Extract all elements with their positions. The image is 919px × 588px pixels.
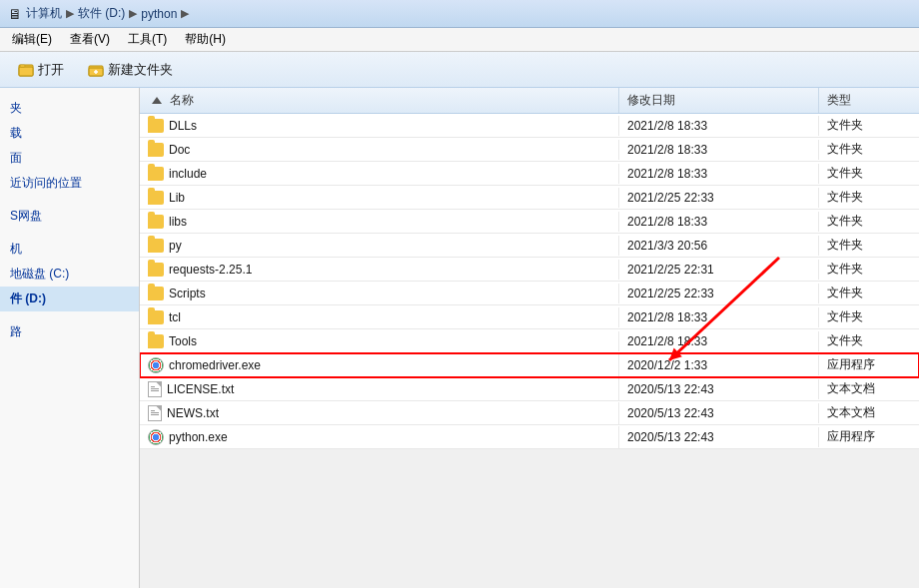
file-name-text: NEWS.txt xyxy=(167,406,219,420)
file-modified-cell: 2021/2/25 22:31 xyxy=(619,260,819,280)
file-type-cell: 应用程序 xyxy=(819,425,919,448)
sidebar-item-0[interactable]: 夹 xyxy=(0,96,139,121)
file-type-cell: 文件夹 xyxy=(819,186,919,209)
table-row[interactable]: Scripts2021/2/25 22:33文件夹 xyxy=(140,282,919,305)
table-row[interactable]: DLLs2021/2/8 18:33文件夹 xyxy=(140,114,919,138)
menu-edit[interactable]: 编辑(E) xyxy=(4,29,60,50)
file-name-text: Lib xyxy=(169,191,185,205)
table-row[interactable]: libs2021/2/8 18:33文件夹 xyxy=(140,210,919,234)
sidebar-item-computer[interactable]: 机 xyxy=(0,237,139,262)
file-modified-cell: 2021/3/3 20:56 xyxy=(619,236,819,256)
file-name-text: libs xyxy=(169,215,187,229)
svg-rect-1 xyxy=(19,67,33,76)
file-modified-cell: 2021/2/8 18:33 xyxy=(619,331,819,351)
file-name-text: DLLs xyxy=(169,119,197,133)
sidebar-item-1[interactable]: 载 xyxy=(0,121,139,146)
file-name-cell: DLLs xyxy=(140,116,619,136)
col-header-modified[interactable]: 修改日期 xyxy=(619,88,819,113)
file-list: 名称 修改日期 类型 DLLs2021/2/8 18:33文件夹Doc2021/… xyxy=(140,88,919,449)
breadcrumb-computer[interactable]: 计算机 xyxy=(26,5,62,22)
file-name-cell: tcl xyxy=(140,307,619,327)
table-row[interactable]: requests-2.25.12021/2/25 22:31文件夹 xyxy=(140,258,919,282)
file-name-text: python.exe xyxy=(169,430,228,444)
sidebar-item-c[interactable]: 地磁盘 (C:) xyxy=(0,262,139,287)
new-folder-label: 新建文件夹 xyxy=(108,61,173,79)
table-row[interactable]: include2021/2/8 18:33文件夹 xyxy=(140,162,919,186)
file-name-cell: ◉python.exe xyxy=(140,426,619,448)
sidebar-item-d[interactable]: 件 (D:) xyxy=(0,287,139,311)
col-header-name[interactable]: 名称 xyxy=(140,88,619,113)
file-modified-cell: 2021/2/8 18:33 xyxy=(619,307,819,327)
table-row[interactable]: py2021/3/3 20:56文件夹 xyxy=(140,234,919,258)
txt-icon xyxy=(148,381,162,397)
main-layout: 夹 载 面 近访问的位置 S网盘 机 地磁盘 (C:) 件 (D:) 路 名称 … xyxy=(0,88,919,588)
file-name-text: requests-2.25.1 xyxy=(169,263,252,277)
sidebar-item-other[interactable]: 路 xyxy=(0,319,139,344)
sort-arrow xyxy=(152,97,162,104)
file-list-wrapper: 名称 修改日期 类型 DLLs2021/2/8 18:33文件夹Doc2021/… xyxy=(140,88,919,588)
file-name-cell: py xyxy=(140,236,619,256)
file-name-cell: Scripts xyxy=(140,284,619,303)
menu-bar: 编辑(E) 查看(V) 工具(T) 帮助(H) xyxy=(0,28,919,52)
file-type-cell: 文件夹 xyxy=(819,138,919,161)
file-modified-cell: 2020/5/13 22:43 xyxy=(619,379,819,399)
file-name-cell: Doc xyxy=(140,140,619,160)
table-row[interactable]: Tools2021/2/8 18:33文件夹 xyxy=(140,329,919,353)
table-row[interactable]: ◉chromedriver.exe2020/12/2 1:33应用程序 xyxy=(140,353,919,377)
table-row[interactable]: LICENSE.txt2020/5/13 22:43文本文档 xyxy=(140,377,919,401)
file-modified-cell: 2021/2/25 22:33 xyxy=(619,188,819,208)
folder-icon xyxy=(148,119,164,133)
file-name-text: Tools xyxy=(169,334,197,348)
file-type-cell: 文件夹 xyxy=(819,329,919,352)
file-name-text: LICENSE.txt xyxy=(167,382,234,396)
breadcrumb-drive[interactable]: 软件 (D:) xyxy=(78,5,125,22)
table-row[interactable]: Lib2021/2/25 22:33文件夹 xyxy=(140,186,919,210)
file-modified-cell: 2021/2/8 18:33 xyxy=(619,116,819,136)
app-icon: ◉ xyxy=(148,429,164,445)
file-name-text: Doc xyxy=(169,143,190,157)
app-icon: ◉ xyxy=(148,357,164,373)
col-header-type[interactable]: 类型 xyxy=(819,88,919,113)
menu-tools[interactable]: 工具(T) xyxy=(120,29,175,50)
txt-icon xyxy=(148,405,162,421)
menu-help[interactable]: 帮助(H) xyxy=(177,29,234,50)
file-type-cell: 文件夹 xyxy=(819,258,919,281)
sidebar-item-recent[interactable]: 近访问的位置 xyxy=(0,171,139,196)
file-modified-cell: 2020/5/13 22:43 xyxy=(619,427,819,447)
svg-rect-2 xyxy=(20,65,25,67)
menu-view[interactable]: 查看(V) xyxy=(62,29,118,50)
file-type-cell: 文件夹 xyxy=(819,282,919,304)
table-row[interactable]: NEWS.txt2020/5/13 22:43文本文档 xyxy=(140,401,919,425)
file-modified-cell: 2021/2/8 18:33 xyxy=(619,164,819,184)
computer-icon: 🖥 xyxy=(8,6,22,22)
file-type-cell: 文件夹 xyxy=(819,234,919,257)
file-modified-cell: 2021/2/8 18:33 xyxy=(619,212,819,232)
file-modified-cell: 2020/5/13 22:43 xyxy=(619,403,819,423)
file-name-cell: NEWS.txt xyxy=(140,402,619,424)
open-button[interactable]: 打开 xyxy=(8,57,74,83)
sidebar: 夹 载 面 近访问的位置 S网盘 机 地磁盘 (C:) 件 (D:) 路 xyxy=(0,88,140,588)
table-row[interactable]: ◉python.exe2020/5/13 22:43应用程序 xyxy=(140,425,919,449)
sidebar-item-cloud[interactable]: S网盘 xyxy=(0,204,139,229)
file-type-cell: 应用程序 xyxy=(819,353,919,376)
folder-icon xyxy=(148,191,164,205)
file-name-text: py xyxy=(169,239,182,253)
toolbar: 打开 新建文件夹 xyxy=(0,52,919,88)
file-type-cell: 文件夹 xyxy=(819,210,919,233)
breadcrumb: 🖥 计算机 ▶ 软件 (D:) ▶ python ▶ xyxy=(8,5,189,22)
breadcrumb-python[interactable]: python xyxy=(141,7,177,21)
file-name-text: include xyxy=(169,167,207,181)
new-folder-button[interactable]: 新建文件夹 xyxy=(78,57,183,83)
file-name-cell: Tools xyxy=(140,331,619,351)
file-type-cell: 文件夹 xyxy=(819,305,919,328)
file-type-cell: 文件夹 xyxy=(819,114,919,137)
table-row[interactable]: Doc2021/2/8 18:33文件夹 xyxy=(140,138,919,162)
folder-icon xyxy=(148,167,164,181)
file-modified-cell: 2021/2/8 18:33 xyxy=(619,140,819,160)
file-modified-cell: 2021/2/25 22:33 xyxy=(619,284,819,303)
sidebar-item-2[interactable]: 面 xyxy=(0,146,139,171)
file-name-text: Scripts xyxy=(169,287,206,300)
file-name-text: tcl xyxy=(169,310,181,324)
open-label: 打开 xyxy=(38,61,64,79)
table-row[interactable]: tcl2021/2/8 18:33文件夹 xyxy=(140,305,919,329)
